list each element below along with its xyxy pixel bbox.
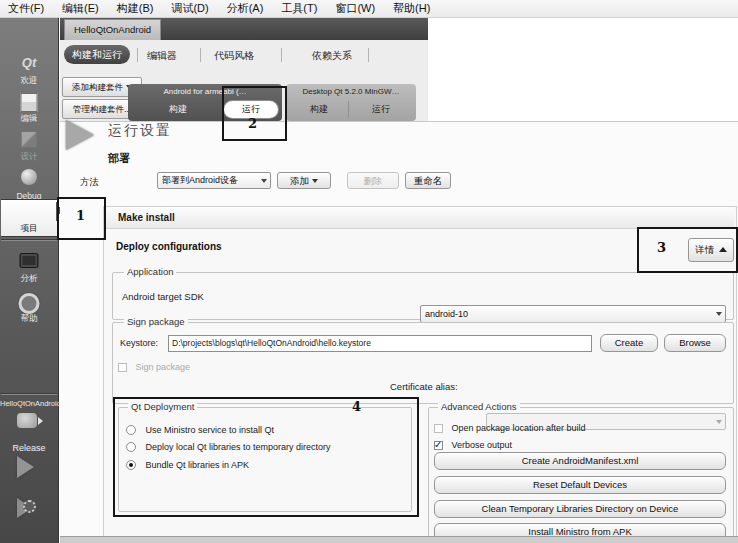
page-title: 运行设置: [108, 122, 172, 140]
tab-dependencies[interactable]: 依赖关系: [312, 49, 352, 63]
checkbox-icon: [434, 424, 443, 433]
deploy-configurations-label: Deploy configurations: [116, 241, 222, 252]
open-package-location-checkbox[interactable]: Open package location after build: [434, 419, 586, 437]
application-group-label: Application: [124, 266, 176, 277]
tab-code-style[interactable]: 代码风格: [214, 49, 254, 63]
annotation-number-3: 3: [657, 240, 666, 255]
chevron-down-icon: [312, 179, 318, 183]
mode-label: 编辑: [1, 113, 57, 125]
kit-name: Desktop Qt 5.2.0 MinGW…: [286, 87, 416, 96]
sidebar-item-analyze[interactable]: 分析: [1, 250, 57, 286]
android-target-sdk-label: Android target SDK: [122, 291, 204, 302]
chevron-down-icon: [261, 179, 267, 183]
gear-icon: [23, 500, 36, 513]
debug-sphere-icon: [21, 169, 37, 185]
clean-temp-libraries-button[interactable]: Clean Temporary Libraries Directory on D…: [434, 500, 726, 518]
annotation-box-3: [637, 227, 738, 273]
mode-label: 分析: [1, 273, 57, 285]
sign-package-checkbox[interactable]: Sign package: [118, 358, 190, 376]
sidebar-item-design[interactable]: 设计: [1, 128, 57, 164]
run-button[interactable]: [17, 456, 34, 478]
help-ring-icon: [19, 293, 40, 314]
kit-android-build-subtab[interactable]: 构建: [138, 101, 218, 118]
edit-file-icon: [21, 93, 38, 112]
menu-debug[interactable]: 调试(D): [171, 1, 208, 16]
annotation-number-4: 4: [352, 399, 361, 414]
reset-default-devices-button[interactable]: Reset Default Devices: [434, 476, 726, 494]
android-target-sdk-select[interactable]: android-10: [420, 305, 726, 323]
window-bottom-edge: [60, 536, 738, 543]
build-config-label: Release: [0, 443, 58, 453]
run-debug-button[interactable]: [17, 498, 32, 518]
make-install-bar[interactable]: Make install: [104, 207, 734, 229]
menu-help[interactable]: 帮助(H): [393, 1, 430, 16]
sidebar-item-help[interactable]: 帮助: [1, 290, 57, 326]
tab-editor[interactable]: 编辑器: [147, 49, 177, 63]
annotation-box-2: [222, 86, 287, 141]
tab-separator: [200, 48, 201, 62]
annotation-number-2: 2: [248, 116, 257, 131]
kit-desktop-run-subtab[interactable]: 运行: [352, 101, 410, 118]
create-androidmanifest-button[interactable]: Create AndroidManifest.xml: [434, 452, 726, 470]
tab-separator: [137, 48, 138, 62]
chevron-down-icon: [716, 312, 722, 316]
checkbox-checked-icon: [434, 441, 443, 450]
design-icon: [21, 131, 38, 148]
advanced-actions-group-label: Advanced Actions: [438, 401, 520, 412]
tab-separator: [368, 48, 369, 62]
menu-tools[interactable]: 工具(T): [281, 1, 317, 16]
document-tab[interactable]: HelloQtOnAndroid: [64, 19, 161, 40]
annotation-box-4: [113, 397, 419, 517]
analyze-monitor-icon: [20, 253, 39, 268]
tab-separator: [281, 48, 282, 62]
method-label: 方法: [80, 176, 99, 189]
tab-build-and-run[interactable]: 构建和运行: [64, 45, 130, 64]
keystore-label: Keystore:: [120, 338, 158, 348]
target-selector-button[interactable]: [17, 413, 37, 428]
keystore-browse-button[interactable]: Browse: [664, 334, 726, 352]
kit-desktop-build-subtab[interactable]: 构建: [290, 101, 349, 118]
menu-file[interactable]: 文件(F): [8, 1, 44, 16]
annotation-number-1: 1: [76, 208, 85, 223]
sidebar-divider: [1, 239, 57, 241]
sign-package-group-label: Sign package: [124, 316, 188, 327]
keystore-create-button[interactable]: Create: [600, 334, 658, 352]
deploy-add-button[interactable]: 添加: [277, 172, 331, 189]
sidebar-item-edit[interactable]: 编辑: [1, 90, 57, 126]
kit-tab-desktop[interactable]: Desktop Qt 5.2.0 MinGW… 构建 运行: [286, 84, 416, 121]
mode-label: 欢迎: [1, 75, 57, 87]
checkbox-icon: [118, 363, 127, 372]
keystore-path-field[interactable]: D:\projects\blogs\qt\HelloQtOnAndroid\he…: [168, 335, 592, 352]
mode-label: 帮助: [1, 313, 57, 325]
mode-label: 设计: [1, 151, 57, 163]
run-settings-play-icon: [66, 120, 94, 150]
deploy-section-heading: 部署: [108, 151, 130, 166]
deploy-remove-button[interactable]: 删除: [347, 172, 399, 189]
qt-logo-icon: Qt: [22, 55, 36, 70]
target-selector-icon: [17, 413, 37, 428]
menu-window[interactable]: 窗口(W): [335, 1, 375, 16]
run-icon: [17, 456, 34, 478]
sidebar-item-debug[interactable]: Debug: [1, 166, 57, 202]
deploy-rename-button[interactable]: 重命名: [405, 172, 451, 189]
mode-sidebar: Qt 欢迎 编辑 设计 Debug 项目 分析 帮助 HelloQtOnAndr…: [0, 18, 59, 543]
certificate-alias-label: Certificate alias:: [390, 381, 458, 392]
sidebar-divider: [1, 393, 57, 395]
sidebar-item-welcome[interactable]: Qt 欢迎: [1, 52, 57, 88]
sidebar-item-projects[interactable]: 项目: [1, 199, 57, 237]
menu-edit[interactable]: 编辑(E): [62, 1, 99, 16]
menu-bar: 文件(F) 编辑(E) 构建(B) 调试(D) 分析(A) 工具(T) 窗口(W…: [0, 0, 738, 18]
mode-label: 项目: [1, 223, 57, 235]
target-project-name: HelloQtOnAndroid: [0, 399, 58, 408]
menu-build[interactable]: 构建(B): [117, 1, 154, 16]
menu-analyze[interactable]: 分析(A): [227, 1, 264, 16]
deploy-method-select[interactable]: 部署到Android设备: [157, 172, 271, 189]
